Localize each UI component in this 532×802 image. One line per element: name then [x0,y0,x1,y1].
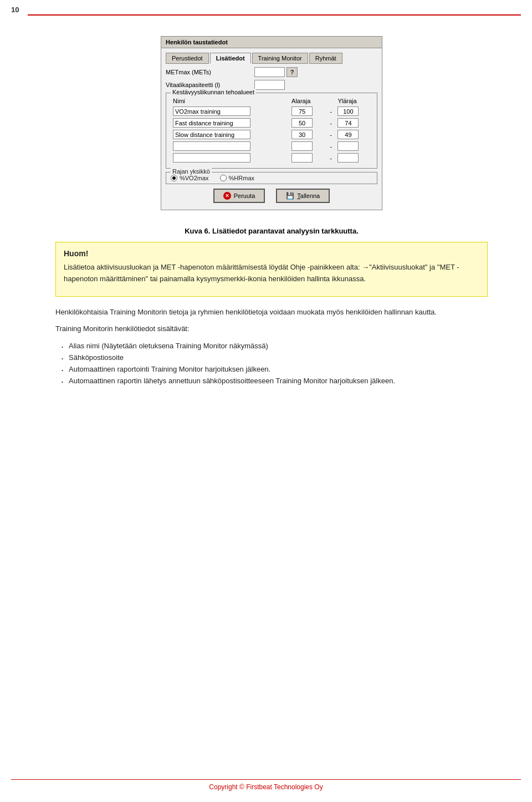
radio-group-title: Rajan yksikkö [171,168,212,175]
zone-name-3[interactable] [173,141,250,151]
tab-lisatiedot[interactable]: Lisätiedot [210,53,251,64]
zone-high-1[interactable] [337,118,359,128]
dialog-wrapper: Henkilön taustatiedot Perustiedot Lisäti… [55,36,488,210]
table-row: - [171,140,372,152]
list-item: Alias nimi (Näytetään oletuksena Trainin… [61,341,488,352]
figure-caption: Kuva 6. Lisätiedot parantavat analyysin … [55,227,488,235]
col-dash-header [326,97,336,105]
cancel-button[interactable]: ✕ Peruuta [213,189,265,203]
top-rule [28,14,521,16]
body-paragraph-1: Henkilökohtaisia Training Monitorin tiet… [55,307,488,318]
zone-dash-3: - [326,140,336,152]
body-paragraph-2: Training Monitorin henkilötiedot sisältä… [55,323,488,335]
radio-dot-vo2max [171,175,177,181]
huom-box: Huom! Lisätietoa aktiivisuusluokan ja ME… [55,242,488,297]
dialog-buttons: ✕ Peruuta 💾 Tallenna [166,184,377,205]
help-icon[interactable]: ? [287,67,298,77]
vital-input[interactable] [254,80,285,90]
bullet-list: Alias nimi (Näytetään oletuksena Trainin… [55,341,488,387]
zone-low-0[interactable] [291,106,313,116]
radio-vo2max[interactable]: %VO2max [171,175,209,181]
list-item: Sähköpostiosoite [61,352,488,364]
zone-dash-0: - [326,105,336,117]
save-icon: 💾 [286,192,294,200]
zone-high-0[interactable] [337,106,359,116]
col-low-header: Alaraja [289,97,326,105]
tab-ryhmat[interactable]: Ryhmät [309,53,342,64]
save-button[interactable]: 💾 Tallenna [276,189,330,203]
table-row: - [171,105,372,117]
tab-bar: Perustiedot Lisätiedot Training Monitor … [166,53,377,64]
zone-low-1[interactable] [291,118,313,128]
dialog: Henkilön taustatiedot Perustiedot Lisäti… [161,36,382,210]
dialog-title: Henkilön taustatiedot [161,37,382,48]
cancel-label: Peruuta [234,192,255,199]
radio-group: Rajan yksikkö %VO2max %HRmax [166,172,377,184]
table-row: - [171,129,372,140]
zones-group-title: Kestävyysliikunnan tehoalueet [171,89,256,95]
zone-high-4[interactable] [337,153,359,163]
zones-group: Kestävyysliikunnan tehoalueet Nimi Alara… [166,93,377,169]
table-row: - [171,117,372,129]
zone-low-3[interactable] [291,141,313,151]
huom-text: Lisätietoa aktiivisuusluokan ja MET -hap… [64,262,479,285]
footer-text: Copyright © Firstbeat Technologies Oy [209,783,323,791]
met-row: METmax (METs) ? [166,67,377,77]
page-number: 10 [11,6,19,14]
met-input[interactable] [254,67,285,77]
tab-training-monitor[interactable]: Training Monitor [252,53,308,64]
table-row: - [171,152,372,164]
zone-name-2[interactable] [173,130,250,139]
dialog-body: Perustiedot Lisätiedot Training Monitor … [161,48,382,210]
zone-low-4[interactable] [291,153,313,163]
met-label: METmax (METs) [166,69,254,75]
zone-high-3[interactable] [337,141,359,151]
save-label: Tallenna [297,192,320,199]
zone-dash-2: - [326,129,336,140]
col-high-header: Yläraja [335,97,372,105]
footer: Copyright © Firstbeat Technologies Oy [11,779,521,791]
vital-label: Vitaalikapasiteetti (l) [166,82,254,88]
list-item: Automaattinen raportointi Training Monit… [61,364,488,375]
zone-low-2[interactable] [291,130,313,139]
list-item: Automaattinen raportin lähetys annettuun… [61,375,488,387]
zone-dash-4: - [326,152,336,164]
zones-table: Nimi Alaraja Yläraja - [171,97,372,164]
zone-name-1[interactable] [173,118,250,128]
zone-name-0[interactable] [173,106,250,116]
huom-title: Huom! [64,248,479,260]
zone-high-2[interactable] [337,130,359,139]
tab-perustiedot[interactable]: Perustiedot [166,53,209,64]
radio-hrmax[interactable]: %HRmax [220,175,254,181]
radio-label-hrmax: %HRmax [229,175,254,181]
zone-name-4[interactable] [173,153,250,163]
cancel-icon: ✕ [223,192,231,200]
zone-dash-1: - [326,117,336,129]
col-name-header: Nimi [171,97,289,105]
radio-dot-hrmax [220,175,227,181]
radio-label-vo2max: %VO2max [180,175,209,181]
